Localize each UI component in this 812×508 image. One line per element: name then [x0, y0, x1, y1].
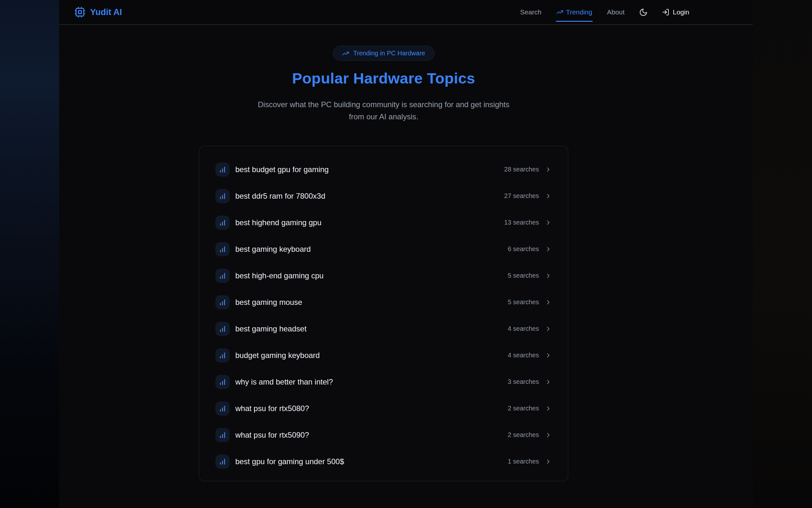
bar-chart-icon — [216, 295, 230, 309]
topic-row-meta: 2 searches — [508, 431, 552, 438]
topic-row[interactable]: best ddr5 ram for 7800x3d 27 searches — [199, 183, 568, 209]
trending-badge: Trending in PC Hardware — [333, 46, 434, 61]
background-left-glow — [0, 0, 59, 508]
topics-card: best budget gpu for gaming 28 searches b… — [199, 145, 568, 481]
topic-query: best gaming keyboard — [235, 245, 311, 254]
topic-row-meta: 2 searches — [508, 405, 552, 412]
chevron-right-icon — [545, 378, 552, 385]
topic-row-meta: 27 searches — [504, 192, 552, 200]
trending-up-icon — [342, 50, 349, 57]
topic-row-meta: 5 searches — [508, 298, 552, 306]
bar-chart-icon — [216, 455, 230, 469]
nav-trending-label: Trending — [566, 8, 592, 16]
main-nav: Search Trending About — [520, 7, 689, 17]
bar-chart-icon — [216, 348, 230, 363]
topic-query: best budget gpu for gaming — [235, 165, 329, 174]
bar-chart-icon — [216, 189, 230, 203]
chevron-right-icon — [545, 219, 552, 226]
topic-row-meta: 4 searches — [508, 351, 552, 359]
topic-search-count: 5 searches — [508, 298, 539, 306]
bar-chart-icon — [216, 269, 230, 283]
bar-chart-icon — [216, 242, 230, 256]
page-subtitle-line1: Discover what the PC building community … — [199, 98, 568, 111]
topic-search-count: 4 searches — [508, 351, 539, 359]
chevron-right-icon — [545, 272, 552, 279]
topic-query: why is amd better than intel? — [235, 378, 333, 386]
topic-query: best highend gaming gpu — [235, 218, 322, 227]
chevron-right-icon — [545, 405, 552, 412]
topic-row[interactable]: what psu for rtx5090? 2 searches — [199, 422, 568, 448]
chevron-right-icon — [545, 458, 552, 465]
topic-row-meta: 4 searches — [508, 325, 552, 332]
cpu-icon — [74, 6, 86, 18]
topic-row[interactable]: best gaming keyboard 6 searches — [199, 236, 568, 262]
nav-link-search[interactable]: Search — [520, 7, 542, 17]
bar-chart-icon — [216, 216, 230, 230]
topic-row-meta: 28 searches — [504, 166, 552, 173]
topic-search-count: 6 searches — [508, 245, 539, 253]
chevron-right-icon — [545, 193, 552, 200]
topic-row[interactable]: what psu for rtx5080? 2 searches — [199, 395, 568, 422]
brand-name: Yudit AI — [90, 7, 122, 17]
topic-search-count: 28 searches — [504, 166, 539, 173]
page-subtitle-line2: from our AI analysis. — [199, 111, 568, 123]
topic-row[interactable]: best gaming mouse 5 searches — [199, 289, 568, 315]
bar-chart-icon — [216, 401, 230, 416]
topic-query: best ddr5 ram for 7800x3d — [235, 192, 326, 201]
login-label: Login — [673, 8, 689, 16]
app-viewport: Yudit AI Search Trending About — [59, 0, 753, 508]
app-header: Yudit AI Search Trending About — [59, 0, 753, 25]
page-title: Popular Hardware Topics — [199, 69, 568, 88]
topic-search-count: 2 searches — [508, 405, 539, 412]
background-right — [753, 0, 812, 508]
topic-row[interactable]: best high-end gaming cpu 5 searches — [199, 262, 568, 289]
brand-logo[interactable]: Yudit AI — [74, 6, 122, 18]
topic-row[interactable]: best highend gaming gpu 13 searches — [199, 209, 568, 236]
topic-row-meta: 5 searches — [508, 272, 552, 279]
trending-badge-label: Trending in PC Hardware — [353, 50, 425, 57]
topic-query: what psu for rtx5090? — [235, 431, 309, 439]
nav-link-about[interactable]: About — [607, 7, 625, 17]
bar-chart-icon — [216, 163, 230, 177]
nav-link-trending[interactable]: Trending — [556, 7, 593, 17]
topic-row[interactable]: best gpu for gaming under 500$ 1 searche… — [199, 448, 568, 475]
moon-icon — [639, 8, 648, 17]
chevron-right-icon — [545, 325, 552, 332]
topic-search-count: 5 searches — [508, 272, 539, 279]
topic-query: best high-end gaming cpu — [235, 271, 324, 280]
chevron-right-icon — [545, 246, 552, 253]
nav-search-label: Search — [520, 8, 541, 16]
main-content: Trending in PC Hardware Popular Hardware… — [199, 25, 568, 481]
topic-query: best gpu for gaming under 500$ — [235, 457, 344, 466]
chevron-right-icon — [545, 431, 552, 438]
topic-search-count: 2 searches — [508, 431, 539, 438]
chevron-right-icon — [545, 299, 552, 306]
topic-query: best gaming mouse — [235, 298, 302, 307]
topic-query: best gaming headset — [235, 324, 306, 333]
bar-chart-icon — [216, 428, 230, 442]
topic-row-meta: 3 searches — [508, 378, 552, 385]
topic-search-count: 27 searches — [504, 192, 539, 200]
login-button[interactable]: Login — [662, 8, 689, 16]
chevron-right-icon — [545, 352, 552, 359]
bar-chart-icon — [216, 375, 230, 389]
topic-query: what psu for rtx5080? — [235, 404, 309, 413]
chevron-right-icon — [545, 166, 552, 173]
topic-row[interactable]: best gaming headset 4 searches — [199, 315, 568, 342]
theme-toggle-button[interactable] — [639, 8, 648, 17]
page-subtitle: Discover what the PC building community … — [199, 98, 568, 123]
topic-search-count: 3 searches — [508, 378, 539, 385]
nav-about-label: About — [607, 8, 625, 16]
topic-row-meta: 1 searches — [508, 458, 552, 465]
bar-chart-icon — [216, 322, 230, 336]
topic-query: budget gaming keyboard — [235, 351, 320, 360]
topic-search-count: 4 searches — [508, 325, 539, 332]
login-icon — [662, 8, 669, 16]
topics-list: best budget gpu for gaming 28 searches b… — [199, 156, 568, 475]
trending-up-icon — [556, 9, 563, 16]
topic-row[interactable]: budget gaming keyboard 4 searches — [199, 342, 568, 369]
topic-row[interactable]: best budget gpu for gaming 28 searches — [199, 156, 568, 183]
topic-search-count: 13 searches — [504, 219, 539, 226]
topic-row[interactable]: why is amd better than intel? 3 searches — [199, 369, 568, 395]
topic-row-meta: 13 searches — [504, 219, 552, 226]
